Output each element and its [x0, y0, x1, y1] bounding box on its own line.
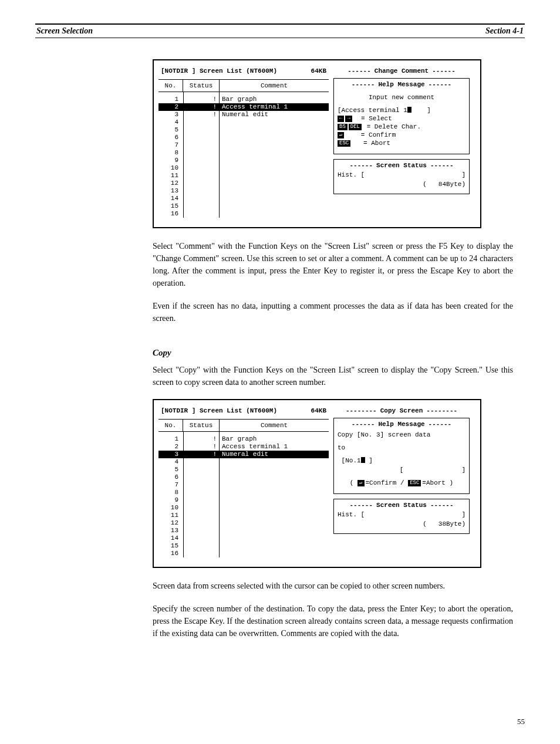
- fig1-help-box: ------ Help Message ------ Input new com…: [333, 78, 470, 154]
- table-row: 14: [158, 195, 329, 202]
- text-cursor-icon: [407, 107, 411, 113]
- page-header: Screen Selection Section 4-1: [35, 26, 525, 36]
- enter-key-icon: ↵: [357, 480, 364, 486]
- table-row: 3!Numeral edit: [158, 451, 329, 458]
- fig1-title: [NOTDIR ] Screen List (NT600M) 64KB: [158, 66, 329, 76]
- table-row: 1!Bar graph: [158, 96, 329, 103]
- main-content: [NOTDIR ] Screen List (NT600M) 64KB No. …: [35, 50, 525, 640]
- paragraph-2: Even if the screen has no data, inputtin…: [153, 300, 513, 324]
- table-row: 9: [158, 157, 329, 164]
- fig2-help-box: ------ Help Message ------ Copy [No. 3] …: [333, 418, 470, 494]
- right-arrow-icon: →: [345, 116, 352, 122]
- table-row: 4: [158, 458, 329, 466]
- col-comment: Comment: [220, 80, 329, 92]
- section-copy-title: Copy: [153, 348, 513, 358]
- table-row: 16: [158, 210, 329, 218]
- table-row: 13: [158, 187, 329, 195]
- fig1-title-left: [NOTDIR ] Screen List (NT600M): [161, 67, 277, 75]
- copy-to-label: to: [338, 444, 465, 451]
- header-left: Screen Selection: [36, 26, 93, 36]
- table-row: 5: [158, 126, 329, 134]
- left-arrow-icon: ←: [338, 116, 344, 122]
- fig2-rows: 1!Bar graph2!Access terminal 13!Numeral …: [158, 435, 329, 557]
- table-row: 15: [158, 202, 329, 210]
- fig2-table-head: No. Status Comment: [158, 419, 329, 432]
- figure-change-comment: [NOTDIR ] Screen List (NT600M) 64KB No. …: [153, 59, 481, 228]
- table-row: 4: [158, 119, 329, 126]
- hist-label: Hist. [: [338, 171, 365, 178]
- table-row: 12: [158, 180, 329, 187]
- table-row: 7: [158, 141, 329, 149]
- fig1-status-box: ------ Screen Status ------ Hist. [ ] ( …: [333, 159, 470, 194]
- bs-key-icon: BS: [338, 124, 348, 130]
- figure-copy-screen: [NOTDIR ] Screen List (NT600M) 64KB No. …: [153, 399, 481, 568]
- del-key-icon: DEL: [349, 124, 362, 130]
- col-status: Status: [183, 80, 220, 92]
- paragraph-1: Select "Comment" with the Function Keys …: [153, 240, 513, 289]
- table-row: 3!Numeral edit: [158, 111, 329, 119]
- section-copy-body: Select "Copy" with the Function Keys on …: [153, 364, 513, 388]
- help-l1: Input new comment: [338, 94, 465, 101]
- esc-key-icon: ESC: [338, 140, 350, 147]
- paragraph-4: Specify the screen number of the destina…: [153, 603, 513, 640]
- fig2-title: [NOTDIR ] Screen List (NT600M) 64KB: [158, 406, 329, 415]
- table-row: 1!Bar graph: [158, 435, 329, 443]
- fig2-status-box: ------ Screen Status ------ Hist. [ ] ( …: [333, 499, 470, 534]
- table-row: 10: [158, 164, 329, 172]
- table-row: 8: [158, 489, 329, 496]
- table-row: 11: [158, 512, 329, 519]
- header-rule-2: [35, 38, 525, 38]
- table-row: 15: [158, 542, 329, 550]
- col-no: No.: [158, 80, 183, 92]
- page-number: 55: [517, 717, 525, 726]
- table-row: 12: [158, 519, 329, 527]
- fig1-title-right: 64KB: [311, 67, 326, 75]
- table-row: 11: [158, 172, 329, 180]
- table-row: 5: [158, 466, 329, 474]
- table-row: 9: [158, 496, 329, 504]
- table-row: 2!Access terminal 1: [158, 103, 329, 111]
- esc-key-icon: ESC: [408, 480, 421, 486]
- fig2-panel-title: -------- Copy Screen --------: [333, 407, 470, 414]
- table-row: 14: [158, 535, 329, 542]
- enter-key-icon: ↵: [338, 132, 344, 138]
- text-cursor-icon: [361, 457, 365, 463]
- fig1-table-head: No. Status Comment: [158, 79, 329, 92]
- help-title: Help Message: [378, 81, 424, 88]
- help-input: [Access terminal 1: [338, 107, 407, 114]
- table-row: 10: [158, 504, 329, 512]
- table-row: 6: [158, 474, 329, 481]
- status-title: Screen Status: [376, 162, 427, 169]
- table-row: 7: [158, 481, 329, 489]
- fig1-rows: 1!Bar graph2!Access terminal 13!Numeral …: [158, 96, 329, 218]
- table-row: 16: [158, 550, 329, 557]
- header-rule: [35, 23, 525, 25]
- header-right: Section 4-1: [485, 26, 524, 36]
- table-row: 13: [158, 527, 329, 535]
- fig1-panel-title: ------ Change Comment ------: [333, 67, 470, 75]
- copy-from: Copy [No. 3] screen data: [338, 431, 465, 438]
- table-row: 6: [158, 134, 329, 141]
- bytes-value: 84Byte): [438, 181, 465, 188]
- paragraph-3: Screen data from screens selected with t…: [153, 580, 513, 592]
- table-row: 2!Access terminal 1: [158, 443, 329, 451]
- table-row: 8: [158, 149, 329, 157]
